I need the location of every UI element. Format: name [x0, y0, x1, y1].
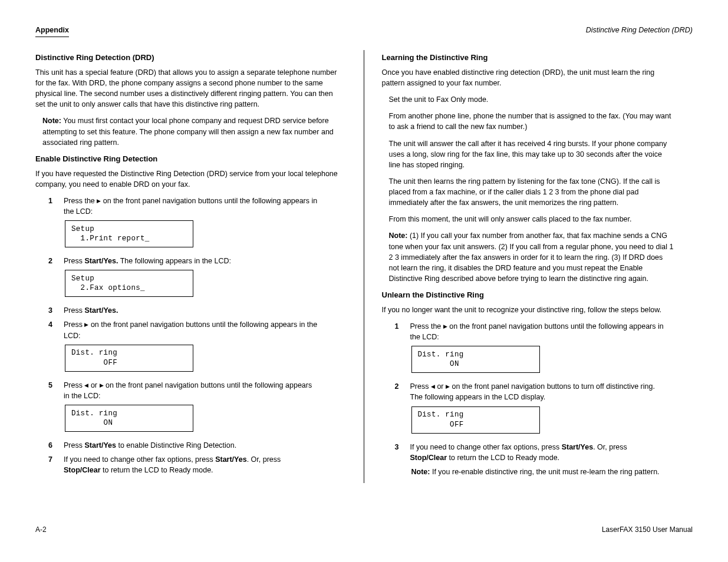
lcd-line-1: Dist. ring: [418, 350, 533, 359]
lcd-screen: Dist. ring OFF: [411, 406, 540, 434]
lcd-line-2: 2.Fax options_: [71, 283, 187, 293]
learn-bullet-2: From another phone line, phone the numbe…: [382, 111, 676, 132]
note-text: You must first contact your local phone …: [42, 117, 334, 146]
lcd-line-1: Dist. ring: [71, 409, 187, 418]
step-text: If you need to change other fax options,…: [64, 454, 319, 475]
page-number: A-2: [35, 525, 47, 535]
step-number: 7: [48, 454, 58, 465]
learn-bullet-4: The unit then learns the ring pattern by…: [382, 176, 676, 208]
step-text: Press Start/Yes.: [64, 305, 319, 316]
step-number: 5: [48, 380, 58, 391]
unlearn-note: Note: If you re-enable distinctive ring,…: [411, 467, 671, 477]
drd-intro: This unit has a special feature (DRD) th…: [35, 67, 339, 110]
step-text: Press the on the front panel navigation …: [410, 321, 666, 342]
content-columns: Distinctive Ring Detection (DRD) This un…: [35, 50, 693, 483]
unlearn-intro: If you no longer want the unit to recogn…: [382, 305, 676, 315]
step-text: If you need to change other fax options,…: [410, 442, 666, 463]
lcd-screen: Setup 1.Print report_: [65, 220, 193, 247]
heading-drd: Distinctive Ring Detection (DRD): [35, 52, 339, 64]
lcd-display-r2: Dist. ring OFF: [411, 406, 676, 434]
lcd-display-r1: Dist. ring ON: [411, 346, 676, 373]
left-step-6: 6 Press Start/Yes to enable Distinctive …: [48, 440, 319, 451]
header-section-label: Appendix: [35, 25, 69, 37]
note-text: (1) If you call your fax number from ano…: [389, 232, 674, 283]
right-arrow-icon: [100, 381, 104, 389]
learn-intro: Once you have enabled distinctive ring d…: [382, 67, 676, 88]
lcd-display-3: Dist. ring OFF: [65, 345, 339, 372]
left-column: Distinctive Ring Detection (DRD) This un…: [35, 50, 364, 483]
learn-bullet-1: Set the unit to Fax Only mode.: [382, 94, 676, 105]
right-step-3: 3 If you need to change other fax option…: [395, 442, 666, 463]
lcd-screen: Dist. ring ON: [411, 346, 540, 373]
step-number: 3: [48, 305, 58, 316]
lcd-screen: Dist. ring OFF: [65, 345, 193, 372]
step-text: Press or on the front panel navigation b…: [410, 381, 666, 402]
step-number: 2: [48, 256, 58, 266]
lcd-line-2: 1.Print report_: [71, 234, 187, 243]
lcd-line-1: Setup: [71, 274, 187, 283]
drd-note: Note: You must first contact your local …: [35, 115, 339, 147]
note-label: Note:: [389, 232, 408, 240]
left-step-1: 1 Press the on the front panel navigatio…: [48, 196, 319, 217]
lcd-display-1: Setup 1.Print report_: [65, 220, 339, 247]
page-footer: A-2 LaserFAX 3150 User Manual: [35, 525, 693, 535]
step-number: 6: [48, 440, 58, 451]
lcd-line-1: Setup: [71, 224, 187, 234]
step-text: Press the on the front panel navigation …: [64, 196, 319, 217]
heading-enable-drd: Enable Distinctive Ring Detection: [35, 154, 339, 165]
left-arrow-icon: [431, 382, 435, 391]
lcd-line-2: OFF: [71, 358, 187, 368]
step-number: 2: [395, 381, 404, 392]
step-number: 1: [48, 196, 58, 206]
right-arrow-icon: [446, 382, 450, 391]
right-arrow-icon: [443, 322, 447, 330]
enable-intro: If you have requested the Distinctive Ri…: [35, 168, 339, 190]
learn-note: Note: (1) If you call your fax number fr…: [382, 230, 676, 284]
lcd-screen: Setup 2.Fax options_: [65, 270, 193, 297]
lcd-line-2: ON: [418, 359, 533, 369]
note-label: Note:: [411, 468, 430, 476]
left-step-5: 5 Press or on the front panel navigation…: [48, 380, 319, 401]
step-number: 4: [48, 319, 58, 330]
left-step-7: 7 If you need to change other fax option…: [48, 454, 319, 475]
step-text: Press Start/Yes. The following appears i…: [64, 256, 319, 266]
right-step-1: 1 Press the on the front panel navigatio…: [395, 321, 666, 342]
step-number: 1: [395, 321, 404, 332]
step-text: Press Start/Yes to enable Distinctive Ri…: [64, 440, 319, 451]
lcd-display-4: Dist. ring ON: [65, 405, 339, 432]
step-text: Press or on the front panel navigation b…: [64, 380, 319, 401]
right-column: Learning the Distinctive Ring Once you h…: [364, 50, 693, 483]
heading-unlearn-ring: Unlearn the Distinctive Ring: [382, 290, 676, 301]
step-number: 3: [395, 442, 404, 452]
note-label: Note:: [42, 117, 61, 125]
lcd-line-1: Dist. ring: [71, 348, 187, 358]
note-text: If you re-enable distinctive ring, the u…: [432, 468, 660, 476]
lcd-screen: Dist. ring ON: [65, 405, 193, 432]
lcd-line-2: OFF: [418, 420, 533, 429]
left-step-2: 2 Press Start/Yes. The following appears…: [48, 256, 319, 266]
learn-bullet-3: The unit will answer the call after it h…: [382, 138, 676, 170]
left-step-3: 3 Press Start/Yes.: [48, 305, 319, 316]
step-text: Press on the front panel navigation butt…: [64, 319, 319, 340]
learn-bullet-5: From this moment, the unit will only ans…: [382, 214, 676, 224]
right-step-2: 2 Press or on the front panel navigation…: [395, 381, 666, 402]
lcd-line-2: ON: [71, 418, 187, 428]
header-topic: Distinctive Ring Detection (DRD): [586, 25, 693, 35]
lcd-line-1: Dist. ring: [418, 410, 533, 419]
left-step-4: 4 Press on the front panel navigation bu…: [48, 319, 319, 340]
lcd-display-2: Setup 2.Fax options_: [65, 270, 339, 297]
heading-learn-ring: Learning the Distinctive Ring: [382, 52, 676, 64]
manual-title: LaserFAX 3150 User Manual: [602, 525, 693, 535]
page-header: Appendix Distinctive Ring Detection (DRD…: [35, 25, 693, 37]
